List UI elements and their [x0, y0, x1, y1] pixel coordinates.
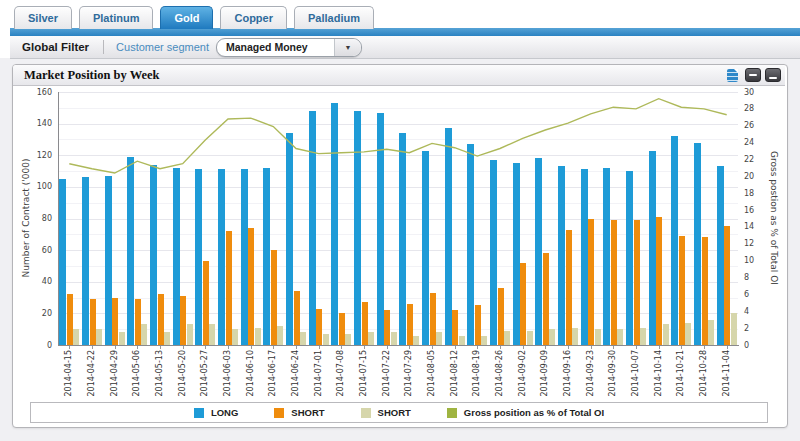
x-axis-tick-mark	[115, 346, 116, 349]
tab-platinum[interactable]: Platinum	[79, 6, 153, 29]
legend-item-gross-position-as-of-total-oi[interactable]: Gross position as % of Total OI	[447, 407, 604, 418]
y-axis-right-tick: 30	[744, 88, 774, 97]
y-axis-right-tick: 0	[744, 341, 774, 350]
y-axis-left-title: Number of Contract ('000)	[21, 133, 31, 303]
export-document-icon[interactable]	[727, 69, 738, 82]
x-axis-date-label: 2014-04-29	[110, 350, 119, 400]
x-axis-tick-mark	[568, 346, 569, 349]
minimize-button[interactable]	[745, 68, 761, 82]
maximize-button[interactable]	[765, 68, 781, 82]
x-axis-date-label: 2014-08-05	[427, 350, 436, 400]
y-axis-right-tick: 28	[744, 104, 774, 113]
tab-palladium[interactable]: Palladium	[294, 6, 374, 29]
x-axis-date-label: 2014-09-30	[608, 350, 617, 400]
x-axis-tick-mark	[273, 346, 274, 349]
x-axis-tick-mark	[296, 346, 297, 349]
maximize-glyph	[769, 77, 777, 79]
x-axis-date-label: 2014-05-06	[132, 350, 141, 400]
tab-silver[interactable]: Silver	[14, 6, 72, 29]
legend-swatch	[194, 408, 204, 418]
global-filter-bar: Global Filter Customer segment Managed M…	[10, 36, 800, 59]
legend-item-short[interactable]: SHORT	[361, 407, 411, 418]
x-axis-tick-mark	[409, 346, 410, 349]
legend-label: SHORT	[378, 407, 411, 418]
x-axis-tick-mark	[591, 346, 592, 349]
x-axis-tick-mark	[137, 346, 138, 349]
x-axis-date-label: 2014-05-13	[155, 350, 164, 400]
x-axis-tick-mark	[387, 346, 388, 349]
x-axis-tick-mark	[432, 346, 433, 349]
y-axis-right-tick: 2	[744, 324, 774, 333]
x-axis-tick-mark	[251, 346, 252, 349]
x-axis-tick-mark	[183, 346, 184, 349]
x-axis-date-label: 2014-06-17	[268, 350, 277, 400]
x-axis-date-label: 2014-09-23	[586, 350, 595, 400]
y-axis-right-tick: 26	[744, 121, 774, 130]
y-axis-left-tick: 140	[18, 119, 52, 128]
x-axis-tick-mark	[636, 346, 637, 349]
x-axis-date-label: 2014-05-27	[200, 350, 209, 400]
x-axis-tick-mark	[69, 346, 70, 349]
global-filter-label: Global Filter	[22, 41, 89, 53]
x-axis-tick-mark	[523, 346, 524, 349]
legend-item-long[interactable]: LONG	[194, 407, 238, 418]
x-axis-date-label: 2014-10-28	[699, 350, 708, 400]
app-window: SilverPlatinumGoldCopperPalladium Global…	[0, 0, 800, 441]
legend-swatch	[447, 408, 457, 418]
legend-label: Gross position as % of Total OI	[464, 407, 604, 418]
legend-swatch	[274, 408, 284, 418]
x-axis-date-label: 2014-07-01	[314, 350, 323, 400]
x-axis-tick-mark	[205, 346, 206, 349]
x-axis-date-label: 2014-08-19	[472, 350, 481, 400]
x-axis-tick-mark	[545, 346, 546, 349]
tab-bar: SilverPlatinumGoldCopperPalladium	[14, 6, 374, 29]
x-axis-tick-mark	[659, 346, 660, 349]
y-axis-left-tick: 160	[18, 88, 52, 97]
accent-strip	[10, 28, 800, 36]
customer-segment-label: Customer segment	[116, 41, 209, 53]
x-axis-date-label: 2014-04-22	[87, 350, 96, 400]
x-axis-date-label: 2014-10-14	[654, 350, 663, 400]
x-axis-tick-mark	[319, 346, 320, 349]
y-axis-right-tick: 4	[744, 307, 774, 316]
x-axis-date-label: 2014-09-09	[540, 350, 549, 400]
x-axis-date-label: 2014-07-29	[404, 350, 413, 400]
x-axis-date-label: 2014-10-07	[631, 350, 640, 400]
x-axis-date-label: 2014-05-20	[178, 350, 187, 400]
x-axis-tick-mark	[341, 346, 342, 349]
x-axis-tick-mark	[228, 346, 229, 349]
x-axis-date-label: 2014-06-03	[223, 350, 232, 400]
legend-swatch	[361, 408, 371, 418]
x-axis-date-label: 2014-09-16	[563, 350, 572, 400]
x-axis-date-label: 2014-07-15	[359, 350, 368, 400]
panel-header: Market Position by Week	[13, 65, 785, 86]
x-axis-tick-mark	[613, 346, 614, 349]
legend-label: SHORT	[291, 407, 324, 418]
legend-item-short[interactable]: SHORT	[274, 407, 324, 418]
x-axis-date-label: 2014-09-02	[518, 350, 527, 400]
x-axis-tick-mark	[681, 346, 682, 349]
x-axis-date-label: 2014-11-04	[722, 350, 731, 400]
tab-copper[interactable]: Copper	[220, 6, 287, 29]
x-axis-date-label: 2014-08-26	[495, 350, 504, 400]
x-axis-date-label: 2014-07-22	[382, 350, 391, 400]
x-axis-date-label: 2014-10-21	[676, 350, 685, 400]
oi-percent-line	[58, 92, 738, 345]
chevron-down-icon[interactable]: ▼	[334, 39, 361, 56]
x-axis-date-label: 2014-08-12	[450, 350, 459, 400]
x-axis-date-label: 2014-06-24	[291, 350, 300, 400]
x-axis-tick-mark	[160, 346, 161, 349]
x-axis-tick-mark	[477, 346, 478, 349]
x-axis-tick-mark	[92, 346, 93, 349]
tab-gold[interactable]: Gold	[160, 6, 213, 29]
x-axis-tick-mark	[704, 346, 705, 349]
minimize-glyph	[749, 74, 757, 76]
x-axis-date-label: 2014-04-15	[64, 350, 73, 400]
x-axis-tick-mark	[364, 346, 365, 349]
panel-title: Market Position by Week	[24, 68, 727, 83]
x-axis-date-label: 2014-07-08	[336, 350, 345, 400]
y-axis-left-tick: 20	[18, 309, 52, 318]
y-axis-left-tick: 0	[18, 341, 52, 350]
customer-segment-dropdown[interactable]: Managed Money ▼	[216, 38, 362, 57]
x-axis-tick-mark	[455, 346, 456, 349]
